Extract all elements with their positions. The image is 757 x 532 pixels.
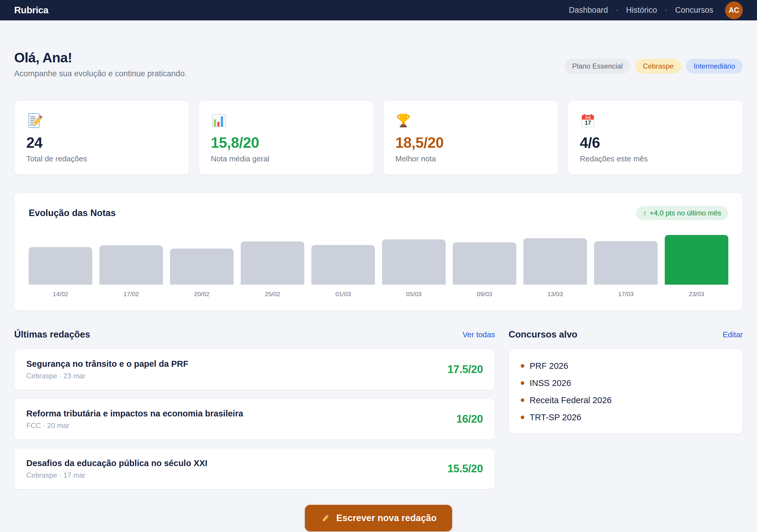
- chart-bar: [170, 249, 234, 284]
- chart-bar: [311, 245, 375, 284]
- nav-links: Dashboard · Histórico · Concursos AC: [569, 1, 743, 19]
- pencil-icon: [320, 513, 331, 523]
- chart-bar-column: 13/03: [523, 228, 587, 298]
- stat-label-total-essays: Total de redações: [26, 154, 177, 163]
- navbar: Rubrica Dashboard · Histórico · Concurso…: [0, 0, 757, 20]
- app-logo[interactable]: Rubrica: [14, 5, 48, 16]
- chart-bar: [665, 235, 728, 284]
- stat-card-total-essays: 24 Total de redações: [14, 100, 189, 175]
- profile-badges: Plano Essencial Cebraspe Intermediário: [564, 59, 743, 74]
- chart-bar: [99, 245, 163, 284]
- chart-bar-label: 20/02: [170, 284, 234, 298]
- target-contests-card: PRF 2026 INSS 2026 Receita Federal 2026 …: [509, 349, 743, 434]
- chart-bar-label: 14/02: [29, 284, 92, 298]
- plan-badge: Plano Essencial: [564, 59, 630, 74]
- main-content: Olá, Ana! Acompanhe sua evolução e conti…: [0, 50, 757, 531]
- stat-card-best-score: 18,5/20 Melhor nota: [383, 100, 558, 175]
- trend-badge-label: +4,0 pts no último mês: [650, 209, 721, 217]
- nav-link-concursos[interactable]: Concursos: [675, 6, 713, 15]
- write-new-essay-button[interactable]: Escrever nova redação: [305, 505, 452, 531]
- stat-value-average-score: 15,8/20: [211, 135, 362, 151]
- nav-link-dashboard[interactable]: Dashboard: [569, 6, 608, 15]
- chart-bar: [241, 242, 304, 284]
- bullet-icon: [521, 364, 524, 368]
- page-subtitle: Acompanhe sua evolução e continue pratic…: [14, 69, 187, 78]
- chart-bar-column: 17/02: [99, 228, 163, 298]
- target-contests-section: Concursos alvo Editar PRF 2026 INSS 2026…: [509, 329, 743, 489]
- bar-chart-icon: [211, 112, 362, 129]
- essay-score: 15.5/20: [447, 462, 483, 475]
- arrow-up-icon: ↑: [643, 209, 647, 217]
- chart-bar-column: 01/03: [311, 228, 375, 298]
- stat-card-average-score: 15,8/20 Nota média geral: [199, 100, 374, 175]
- stat-card-essays-this-month: July 17 4/6 Redações este mês: [568, 100, 743, 175]
- essay-score: 16/20: [456, 413, 483, 425]
- bar-chart: 14/0217/0220/0225/0201/0305/0309/0313/03…: [29, 228, 728, 298]
- essay-title: Reforma tributária e impactos na economi…: [26, 409, 243, 419]
- chart-bar-label: 17/02: [99, 284, 163, 298]
- essay-text-block: Desafios da educação pública no século X…: [26, 458, 207, 479]
- chart-bar-column: 20/02: [170, 228, 234, 298]
- essay-meta: Cebraspe · 17 mar: [26, 471, 207, 479]
- chart-bar-label: 25/02: [241, 284, 304, 298]
- essay-meta: FCC · 20 mar: [26, 422, 243, 430]
- contest-list-item: TRT-SP 2026: [521, 412, 731, 422]
- contest-list-item: Receita Federal 2026: [521, 395, 731, 405]
- recent-essays-title: Últimas redações: [14, 329, 90, 340]
- essay-text-block: Segurança no trânsito e o papel da PRF C…: [26, 359, 188, 380]
- lower-section: Últimas redações Ver todas Segurança no …: [14, 329, 743, 489]
- chart-bar: [29, 247, 92, 284]
- chart-title: Evolução das Notas: [29, 208, 116, 219]
- svg-text:July: July: [585, 116, 591, 119]
- chart-bar-label: 05/03: [382, 284, 446, 298]
- memo-icon: [26, 112, 177, 129]
- stat-value-total-essays: 24: [26, 135, 177, 151]
- contest-label: PRF 2026: [530, 361, 568, 371]
- chart-bar: [382, 239, 446, 284]
- chart-bar-column: 05/03: [382, 228, 446, 298]
- target-contests-title: Concursos alvo: [509, 329, 578, 340]
- page-header: Olá, Ana! Acompanhe sua evolução e conti…: [14, 50, 743, 78]
- edit-link[interactable]: Editar: [723, 330, 743, 339]
- contest-list-item: PRF 2026: [521, 361, 731, 371]
- chart-bar: [453, 242, 516, 284]
- chart-bar-column: 25/02: [241, 228, 304, 298]
- svg-text:17: 17: [585, 119, 591, 126]
- essay-text-block: Reforma tributária e impactos na economi…: [26, 409, 243, 430]
- avatar[interactable]: AC: [725, 1, 743, 19]
- chart-bar-column: 23/03: [665, 228, 728, 298]
- calendar-icon: July 17: [580, 112, 731, 129]
- stat-label-average-score: Nota média geral: [211, 154, 362, 163]
- essay-card[interactable]: Reforma tributária e impactos na economi…: [14, 399, 495, 440]
- write-new-essay-label: Escrever nova redação: [336, 513, 437, 523]
- essay-meta: Cebraspe · 23 mar: [26, 372, 188, 380]
- stat-label-essays-this-month: Redações este mês: [580, 154, 731, 163]
- bullet-icon: [521, 399, 524, 402]
- contest-list-item: INSS 2026: [521, 378, 731, 388]
- stats-row: 24 Total de redações 15,8/20 Nota média …: [14, 100, 743, 175]
- essay-card[interactable]: Desafios da educação pública no século X…: [14, 448, 495, 489]
- chart-bar-label: 01/03: [311, 284, 375, 298]
- cta-wrapper: Escrever nova redação: [14, 505, 743, 531]
- nav-link-historico[interactable]: Histórico: [626, 6, 657, 15]
- chart-bar-label: 09/03: [453, 284, 516, 298]
- nav-separator: ·: [616, 6, 618, 15]
- trophy-icon: [395, 112, 546, 129]
- greeting-block: Olá, Ana! Acompanhe sua evolução e conti…: [14, 50, 187, 78]
- chart-bar-label: 17/03: [594, 284, 658, 298]
- chart-bar: [523, 238, 587, 284]
- chart-bar: [594, 241, 658, 284]
- chart-bar-label: 13/03: [523, 284, 587, 298]
- bullet-icon: [521, 381, 524, 385]
- essay-title: Desafios da educação pública no século X…: [26, 458, 207, 468]
- stat-value-essays-this-month: 4/6: [580, 135, 731, 151]
- essay-card[interactable]: Segurança no trânsito e o papel da PRF C…: [14, 349, 495, 390]
- see-all-link[interactable]: Ver todas: [463, 330, 495, 339]
- bullet-icon: [521, 416, 524, 419]
- recent-essays-section: Últimas redações Ver todas Segurança no …: [14, 329, 495, 489]
- essay-score: 17.5/20: [447, 363, 483, 376]
- level-badge: Intermediário: [686, 59, 743, 74]
- recent-essays-header: Últimas redações Ver todas: [14, 329, 495, 340]
- contest-label: Receita Federal 2026: [530, 395, 612, 405]
- target-contests-header: Concursos alvo Editar: [509, 329, 743, 340]
